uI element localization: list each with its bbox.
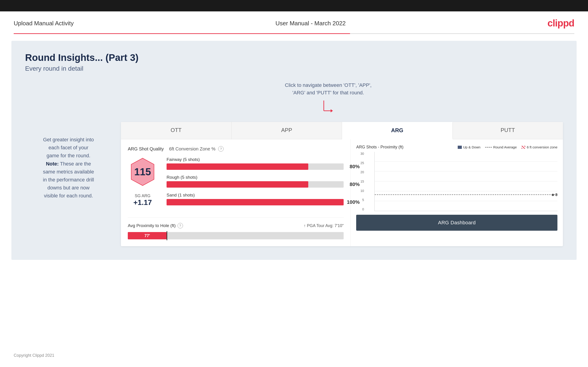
bar-track-sand: 100% (167, 199, 344, 205)
annotation-arrow (319, 98, 337, 117)
chart-header: ARG Shots - Proximity (ft) Up & Down Rou… (356, 145, 557, 150)
document-title: User Manual - March 2022 (275, 20, 346, 27)
y-label-20: 20 (357, 170, 364, 174)
panel-header-title: ARG Shot Quality (128, 146, 164, 152)
bar-fill-sand (167, 199, 344, 205)
annotation-area: Click to navigate between 'OTT', 'APP', … (94, 81, 563, 117)
content-layout: Get greater insight into each facet of y… (25, 122, 563, 246)
bar-label-fairway: Fairway (5 shots) (167, 157, 344, 162)
left-panel: ARG Shot Quality 6ft Conversion Zone % ? (121, 139, 351, 246)
right-panel: ARG Shots - Proximity (ft) Up & Down Rou… (351, 139, 563, 246)
panel: ARG Shot Quality 6ft Conversion Zone % ? (121, 139, 563, 246)
top-bar (0, 0, 588, 11)
proximity-header: Avg Proximity to Hole (ft) ? ↑ PGA Tour … (128, 223, 344, 228)
round-avg-line: 8 (375, 194, 557, 195)
bar-pct-rough: 80% (350, 182, 360, 187)
tab-bar: OTT APP ARG PUTT (121, 122, 563, 139)
bar-pct-sand: 100% (347, 199, 360, 205)
note-label: Note: (46, 161, 59, 167)
sidebar-text: Get greater insight into each facet of y… (43, 137, 94, 199)
chart-title: ARG Shots - Proximity (ft) (356, 145, 403, 150)
legend-dashed-line (485, 147, 492, 148)
legend-box-up-down (458, 146, 462, 149)
copyright-text: Copyright Clippd 2021 (14, 353, 54, 358)
header: Upload Manual Activity User Manual - Mar… (0, 11, 588, 33)
panel-header-subtitle: 6ft Conversion Zone % (167, 146, 216, 152)
help-icon[interactable]: ? (218, 146, 224, 152)
chart-area: 8 (374, 152, 557, 211)
y-label-30: 30 (357, 152, 364, 155)
sg-label: SG ARG (133, 193, 152, 198)
bar-track-rough: 80% (167, 181, 344, 188)
tab-app[interactable]: APP (232, 122, 342, 139)
svg-marker-2 (331, 109, 333, 112)
bar-fill-rough (167, 181, 308, 188)
arg-dashboard-button[interactable]: ARG Dashboard (356, 215, 557, 231)
bar-pct-fairway: 80% (350, 164, 360, 170)
main-content: Round Insights... (Part 3) Every round i… (11, 41, 577, 260)
hexagon-score: 115 (128, 157, 157, 187)
bars-section: Fairway (5 shots) 80% Rough (5 shots) (167, 157, 344, 210)
legend-up-down: Up & Down (458, 145, 481, 149)
chart-wrapper: 30 25 20 15 10 5 0 (365, 152, 557, 211)
clippd-logo: clippd (547, 18, 574, 29)
bar-row-fairway: Fairway (5 shots) 80% (167, 157, 344, 170)
tab-arg[interactable]: ARG (342, 122, 453, 139)
proximity-bar-fill: 77' (128, 232, 167, 239)
legend-round-avg: Round Average (485, 145, 517, 149)
round-avg-value: 8 (555, 193, 557, 197)
bar-label-rough: Rough (5 shots) (167, 175, 344, 180)
panel-header: ARG Shot Quality 6ft Conversion Zone % ? (128, 146, 344, 152)
score-section: 115 SG ARG +1.17 Fairway (5 shots) (128, 157, 344, 210)
dashboard-card: OTT APP ARG PUTT ARG Shot Quality 6ft Co… (121, 122, 563, 246)
header-divider (14, 33, 574, 34)
footer: Copyright Clippd 2021 (14, 353, 54, 358)
legend-conversion-zone: 6 ft conversion zone (521, 145, 557, 149)
sg-value: +1.17 (133, 198, 152, 207)
pga-avg: ↑ PGA Tour Avg: 7'10" (304, 223, 344, 228)
proximity-title: Avg Proximity to Hole (ft) ? (128, 223, 183, 228)
bar-row-rough: Rough (5 shots) 80% (167, 175, 344, 188)
chart-bars (375, 152, 557, 211)
annotation-text: Click to navigate between 'OTT', 'APP', … (94, 81, 563, 96)
page-title: Round Insights... (Part 3) (25, 52, 563, 63)
proximity-section: Avg Proximity to Hole (ft) ? ↑ PGA Tour … (128, 217, 344, 239)
bar-label-sand: Sand (1 shots) (167, 193, 344, 198)
tab-ott[interactable]: OTT (121, 122, 232, 139)
upload-label[interactable]: Upload Manual Activity (14, 20, 74, 27)
y-label-10: 10 (357, 189, 364, 193)
legend: Up & Down Round Average 6 ft conversion … (458, 145, 557, 149)
bar-row-sand: Sand (1 shots) 100% (167, 193, 344, 205)
page-subtitle: Every round in detail (25, 65, 563, 72)
hex-container: 115 SG ARG +1.17 (128, 157, 157, 207)
legend-hatched-box (521, 146, 526, 149)
proximity-help-icon[interactable]: ? (178, 223, 183, 228)
hex-score-value: 115 (134, 166, 151, 178)
bar-fill-fairway (167, 163, 308, 170)
left-sidebar: Get greater insight into each facet of y… (25, 122, 112, 200)
proximity-cursor (167, 231, 167, 240)
bar-track-fairway: 80% (167, 163, 344, 170)
tab-putt[interactable]: PUTT (453, 122, 563, 139)
proximity-bar-track: 77' (128, 232, 344, 239)
y-label-0: 0 (357, 208, 364, 211)
